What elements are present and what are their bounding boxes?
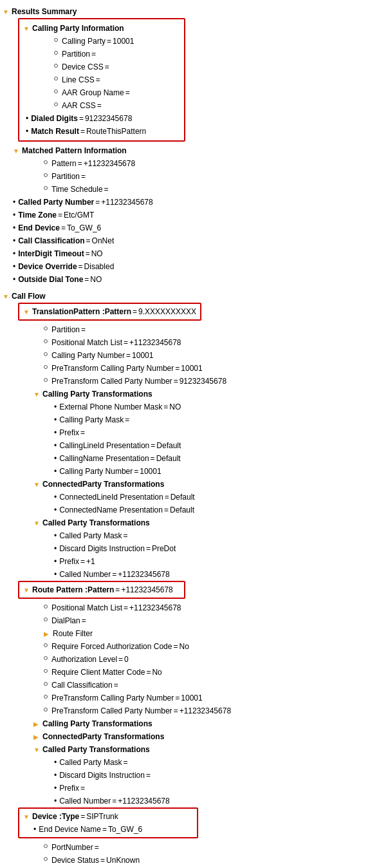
dialed-digits-row: • Dialed Digits = 91232345678 (23, 112, 180, 125)
calling-party-number-row: Calling Party Number = 10001 (3, 349, 376, 362)
circle-bullet (44, 173, 48, 177)
route-pattern-row[interactable]: ▼ Route Pattern :Pattern = +11232345678 (23, 583, 180, 596)
circle-bullet (44, 326, 48, 330)
rp-called-number-label: Called Number (59, 795, 111, 807)
circle-bullet (44, 857, 48, 861)
circle-bullet (54, 102, 58, 106)
rp-prefix-row: • Prefix = (3, 782, 376, 795)
device-css-row: Device CSS = (23, 61, 180, 73)
connected-party-toggle[interactable]: ▼ (33, 480, 41, 487)
connected-party-transformations-row[interactable]: ▼ ConnectedParty Transformations (3, 478, 376, 491)
matched-pattern-row[interactable]: ▼ Matched Pattern Information (3, 144, 376, 157)
translation-pattern-row[interactable]: ▼ TranslationPattern :Pattern = 9.XXXXXX… (23, 305, 196, 318)
time-zone-value: Etc/GMT (64, 209, 94, 221)
circle-bullet (44, 844, 48, 848)
end-device-name-label: End Device Name (39, 824, 101, 835)
dialed-digits-label: Dialed Digits (31, 113, 78, 124)
calling-party-transformations-row[interactable]: ▼ Calling Party Transformations (3, 388, 376, 401)
device-override-label: Device Override (18, 261, 77, 272)
interdigit-timeout-row: • InterDigit Timeout = NO (3, 247, 376, 260)
results-summary-row[interactable]: ▼ Results Summary (3, 5, 376, 18)
called-party-transformations-row[interactable]: ▼ Called Party Transformations (3, 516, 376, 529)
called-number-label: Called Number (59, 569, 111, 580)
rp-call-classification-row: Call Classification = (3, 679, 376, 692)
rp-positional-match-row: Positional Match List = +11232345678 (3, 601, 376, 614)
call-flow-row[interactable]: ▼ Call Flow (3, 290, 376, 303)
rp-called-number-row: • Called Number = +11232345678 (3, 795, 376, 807)
route-pattern-toggle[interactable]: ▼ (23, 585, 31, 593)
rp-connected-toggle[interactable]: ▶ (33, 732, 41, 740)
time-schedule-row: Time Schedule = (3, 183, 376, 196)
circle-bullet (44, 643, 48, 647)
match-result-label: Match Result (31, 126, 79, 137)
rp-called-toggle[interactable]: ▼ (33, 745, 41, 753)
connected-name-row: • ConnectedName Presentation = Default (3, 504, 376, 516)
circle-bullet (44, 352, 48, 356)
called-party-toggle[interactable]: ▼ (33, 518, 41, 526)
rp-connected-party-transformations-row[interactable]: ▶ ConnectedParty Transformations (3, 730, 376, 743)
rp-called-party-mask-row: • Called Party Mask = (3, 756, 376, 769)
require-client-matter-label: Require Client Matter Code (51, 666, 145, 678)
pretransform-calling-value: 10001 (181, 363, 202, 374)
rp-connected-party-transformations-label: ConnectedParty Transformations (42, 731, 164, 742)
results-summary-toggle[interactable]: ▼ (3, 7, 10, 15)
match-result-value: RouteThisPattern (86, 126, 146, 137)
connected-line-id-row: • ConnectedLineId Presentation = Default (3, 491, 376, 504)
rp-discard-digits-label: Discard Digits Instruction (59, 769, 145, 781)
require-client-matter-row: Require Client Matter Code = No (3, 666, 376, 679)
rp-positional-match-label: Positional Match List (51, 602, 122, 614)
rp-called-number-value: +11232345678 (118, 795, 169, 807)
port-number-row: PortNumber = (3, 841, 376, 854)
auth-level-label: Authorization Level (51, 654, 117, 665)
cp-calling-party-number-value: 10001 (140, 466, 161, 477)
calling-name-row: • CallingName Presentation = Default (3, 452, 376, 465)
circle-bullet (44, 605, 48, 609)
matched-pattern-toggle[interactable]: ▼ (13, 146, 21, 154)
discard-digits-value: PreDot (152, 543, 176, 554)
device-label: Device :Type (32, 811, 79, 822)
calling-party-info-row[interactable]: ▼ Calling Party Information (23, 22, 180, 35)
device-status-value: UnKnown (106, 854, 140, 866)
require-forced-auth-label: Require Forced Authorization Code (51, 641, 172, 652)
calling-name-value: Default (156, 453, 181, 464)
discard-digits-row: • Discard Digits Instruction = PreDot (3, 542, 376, 555)
rp-prefix-label: Prefix (59, 782, 79, 794)
connected-line-id-value: Default (171, 491, 195, 503)
call-classification-label: Call Classification (18, 235, 84, 247)
circle-bullet (44, 365, 48, 369)
ext-phone-mask-row: • External Phone Number Mask = NO (3, 401, 376, 413)
route-filter-toggle[interactable]: ▶ (44, 629, 51, 637)
circle-bullet (54, 51, 58, 55)
rp-calling-party-transformations-row[interactable]: ▶ Calling Party Transformations (3, 717, 376, 730)
end-device-name-row: • End Device Name = To_GW_6 (23, 823, 193, 836)
interdigit-timeout-label: InterDigit Timeout (18, 248, 84, 259)
call-flow-toggle[interactable]: ▼ (3, 292, 10, 299)
route-pattern-value: +11232345678 (121, 584, 172, 596)
connected-line-id-label: ConnectedLineId Presentation (59, 491, 163, 503)
device-status-row: Device Status = UnKnown (3, 854, 376, 867)
aar-group-name-row: AAR Group Name = (23, 86, 180, 99)
rp-called-party-transformations-row[interactable]: ▼ Called Party Transformations (3, 743, 376, 756)
aar-css-row: AAR CSS = (23, 99, 180, 112)
positional-match-list-value: +11232345678 (129, 337, 181, 348)
calling-party-row: Calling Party = 10001 (23, 35, 180, 48)
pretransform-calling-label: PreTransform Calling Party Number (51, 363, 174, 374)
calling-party-number-value: 10001 (132, 350, 153, 361)
called-party-mask-label: Called Party Mask (59, 530, 122, 542)
circle-bullet (44, 708, 48, 712)
translation-pattern-toggle[interactable]: ▼ (23, 307, 31, 315)
calling-party-info-label: Calling Party Information (32, 23, 124, 34)
calling-party-mask-row: • Calling Party Mask = (3, 413, 376, 426)
rp-cpt-toggle[interactable]: ▶ (33, 719, 41, 727)
translation-pattern-value: 9.XXXXXXXXXX (138, 306, 196, 317)
circle-bullet (44, 682, 48, 686)
device-toggle[interactable]: ▼ (23, 812, 31, 820)
calling-party-info-toggle[interactable]: ▼ (23, 24, 31, 32)
route-filter-row[interactable]: ▶ Route Filter (3, 627, 376, 640)
cpt-toggle[interactable]: ▼ (33, 390, 41, 397)
call-classification-value: OnNet (92, 235, 115, 247)
call-classification-row: • Call Classification = OnNet (3, 234, 376, 247)
circle-bullet (44, 378, 48, 382)
device-row[interactable]: ▼ Device :Type = SIPTrunk (23, 810, 193, 823)
prefix-label: Prefix (59, 427, 79, 439)
